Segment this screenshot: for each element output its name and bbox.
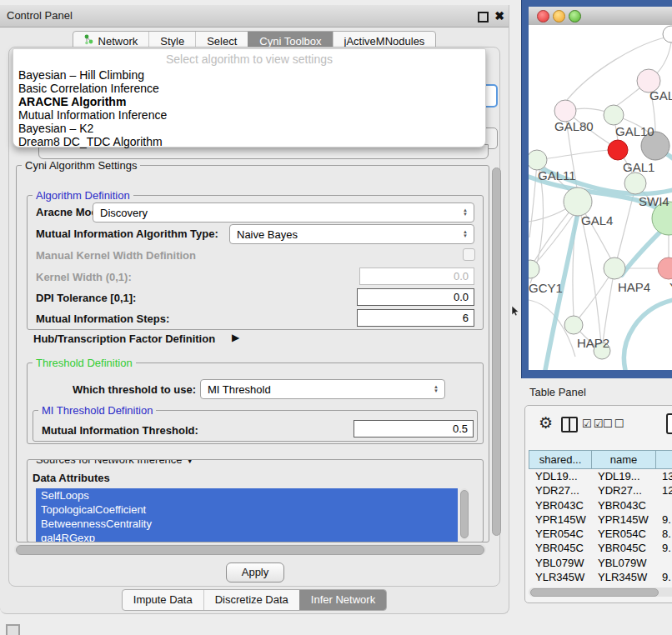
network-node-gal10[interactable] (604, 105, 624, 125)
attribute-list-scrollbar[interactable] (460, 488, 469, 540)
network-edge[interactable] (614, 194, 634, 268)
tab-impute-data[interactable]: Impute Data (123, 590, 203, 610)
attribute-item-selfloops[interactable]: SelfLoops (36, 488, 458, 502)
network-edge[interactable] (529, 160, 537, 238)
algorithm-popup-placeholder: Select algorithm to view settings (13, 49, 485, 68)
table-horizontal-scrollbar[interactable] (529, 588, 672, 597)
float-window-icon[interactable] (478, 12, 489, 22)
manual-kernel-checkbox[interactable] (463, 248, 475, 261)
network-node-hap4[interactable] (604, 258, 625, 279)
table-cell: 9. (655, 512, 672, 527)
table-row[interactable]: YER054CYER054C8. (529, 527, 672, 541)
network-node-gal11[interactable] (529, 150, 547, 170)
network-node-y[interactable] (658, 258, 672, 279)
bottom-tabstrip: Impute DataDiscretize DataInfer Network (0, 589, 509, 609)
mi-steps-field[interactable]: 6 (357, 309, 474, 327)
algorithm-dropdown-popup: Select algorithm to view settings Bayesi… (13, 48, 486, 148)
aracne-mode-value: Discovery (93, 207, 459, 219)
which-threshold-combo[interactable]: MI Threshold ▲▼ (200, 379, 445, 399)
mit-label: Mutual Information Threshold: (42, 424, 198, 437)
network-window-titlebar[interactable] (529, 7, 672, 26)
algorithm-option-mutual-information-inference[interactable]: Mutual Information Inference (13, 108, 485, 122)
table-row[interactable]: YBL079WYBL079W (529, 556, 672, 570)
algorithm-option-bayesian-k2[interactable]: Bayesian – K2 (13, 122, 485, 135)
algorithm-option-aracne-algorithm[interactable]: ARACNE Algorithm (13, 95, 485, 108)
collapse-down-icon[interactable]: ▼ (185, 459, 194, 465)
table-cell: YBL079W (529, 556, 591, 570)
table-row[interactable]: YDL19...YDL19...13 (529, 469, 672, 483)
network-window-frame[interactable]: GAL2GAL80GAL10GAL1GAL11SWI4GAL4GCY1HAP4Y… (521, 0, 672, 378)
tab-infer-network[interactable]: Infer Network (299, 590, 386, 610)
select-all-checkboxes-icon[interactable]: ☑☑ (582, 418, 604, 430)
algorithm-option-dream8-dc-tdc-algorithm[interactable]: Dream8 DC_TDC Algorithm (13, 135, 485, 148)
algorithm-definition-group: Algorithm Definition Aracne Mode: Discov… (27, 195, 484, 330)
data-attributes-label: Data Attributes (33, 472, 110, 484)
combo-stepper-icon: ▲▼ (459, 208, 474, 217)
tab-label: Infer Network (311, 590, 375, 610)
table-cell (655, 498, 672, 512)
algorithm-option-bayesian-hill-climbing[interactable]: Bayesian – Hill Climbing (13, 68, 485, 82)
mit-field[interactable]: 0.5 (354, 420, 474, 438)
attribute-item-betweennesscentrality[interactable]: BetweennessCentrality (36, 517, 458, 531)
deselect-checkboxes-icon[interactable]: ☐☐ (603, 418, 625, 430)
table-row[interactable]: YLR345WYLR345W9. (529, 570, 672, 584)
mac-close-icon[interactable] (537, 10, 549, 22)
table-cell: YBR043C (529, 498, 591, 512)
network-node-label: GCY1 (529, 281, 563, 295)
network-node-gal4[interactable] (564, 188, 592, 216)
network-canvas[interactable]: GAL2GAL80GAL10GAL1GAL11SWI4GAL4GCY1HAP4Y… (529, 25, 672, 370)
kernel-width-field[interactable]: 0.0 (359, 268, 474, 285)
network-node-hap2[interactable] (564, 316, 583, 334)
network-node-gcy1[interactable] (529, 260, 539, 278)
table-cell: YBR045C (591, 541, 655, 555)
attribute-item-gal4rgexp[interactable]: gal4RGexp (36, 531, 458, 542)
cyni-algorithm-settings-group: Cyni Algorithm Settings Algorithm Defini… (16, 165, 489, 542)
dpi-tolerance-field[interactable]: 0.0 (357, 288, 474, 306)
table-cell: YBR045C (529, 541, 591, 555)
tab-label: Impute Data (133, 590, 193, 610)
network-node-label: HAP2 (577, 336, 609, 350)
control-panel-titlebar[interactable]: Control Panel ✖ (0, 5, 509, 28)
attribute-item-topologicalcoefficient[interactable]: TopologicalCoefficient (36, 502, 458, 517)
mi-type-combo[interactable]: Naive Bayes ▲▼ (229, 224, 474, 244)
cyni-toolbox-panel: Select algorithm to view settings Bayesi… (8, 47, 500, 587)
expand-right-icon[interactable]: ▶ (232, 332, 239, 343)
network-node-swi4[interactable] (624, 172, 646, 194)
combo-stepper-icon: ▲▼ (429, 385, 444, 393)
column-header-shared[interactable]: shared... (529, 450, 591, 469)
dpi-tolerance-label: DPI Tolerance [0,1]: (36, 292, 136, 304)
table-cell: 8. (655, 527, 672, 541)
network-edge[interactable] (603, 268, 614, 343)
settings-vertical-scrollbar[interactable] (491, 165, 500, 541)
settings-horizontal-scrollbar[interactable] (14, 544, 486, 555)
table-row[interactable]: YBR043CYBR043C (529, 498, 672, 512)
network-node[interactable] (663, 26, 672, 42)
network-edge[interactable] (624, 300, 672, 370)
tab-discretize-data[interactable]: Discretize Data (203, 590, 299, 610)
table-row[interactable]: YBR045CYBR045C9. (529, 541, 672, 555)
mac-minimize-icon[interactable] (553, 10, 565, 22)
table-cell: YLR345W (529, 570, 591, 584)
aracne-mode-combo[interactable]: Discovery ▲▼ (93, 202, 474, 222)
close-icon[interactable]: ✖ (494, 8, 504, 23)
mi-threshold-definition-label: MI Threshold Definition (38, 404, 156, 417)
network-edge[interactable] (537, 150, 609, 160)
table-cell: YER054C (591, 527, 655, 541)
column-header-name[interactable]: name (591, 450, 655, 469)
collapsed-panel-button[interactable] (6, 624, 20, 635)
table-cell: YDR27... (529, 483, 591, 498)
data-attributes-list: SelfLoopsTopologicalCoefficientBetweenne… (36, 488, 458, 542)
table-row[interactable]: YDR27...YDR27...12 (529, 483, 672, 498)
mi-threshold-definition-group: MI Threshold Definition Mutual Informati… (33, 410, 478, 442)
table-row[interactable]: YPR145WYPR145W9. (529, 512, 672, 527)
algorithm-option-basic-correlation-inference[interactable]: Basic Correlation Inference (13, 82, 485, 95)
bottom-tab-group: Impute DataDiscretize DataInfer Network (122, 589, 387, 611)
gear-icon[interactable]: ⚙ (539, 413, 553, 432)
document-icon[interactable] (666, 413, 672, 434)
column-header-3[interactable] (655, 450, 672, 469)
split-columns-icon[interactable] (561, 417, 578, 432)
mac-zoom-icon[interactable] (569, 10, 581, 22)
network-node-label: GAL2 (649, 88, 672, 102)
network-node-gal1[interactable] (608, 140, 628, 160)
apply-button[interactable]: Apply (226, 562, 284, 582)
